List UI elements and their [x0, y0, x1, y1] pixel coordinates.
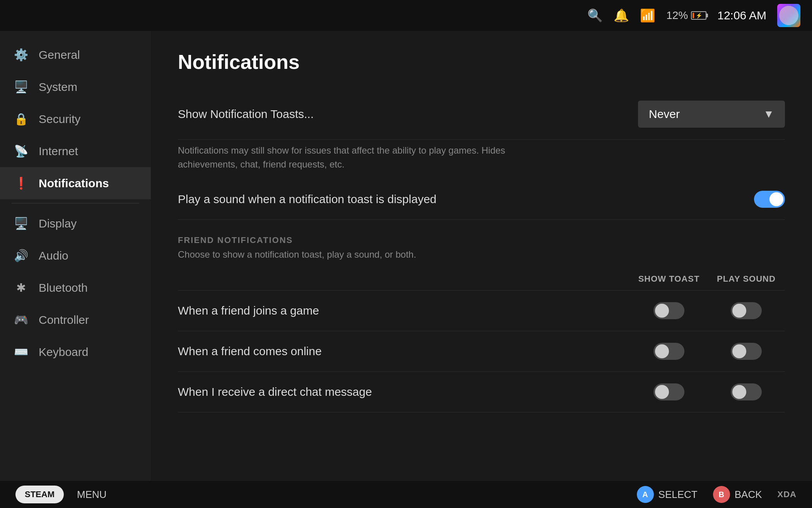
wifi-icon: 📶	[640, 8, 655, 23]
steam-label: STEAM	[25, 489, 55, 499]
show-toast-label: Show Notification Toasts...	[178, 108, 630, 121]
main-layout: ⚙️ General 🖥️ System 🔒 Security 📡 Intern…	[0, 31, 812, 481]
friend-notifications-header: FRIEND NOTIFICATIONS	[178, 220, 785, 249]
sidebar-item-keyboard[interactable]: ⌨️ Keyboard	[0, 336, 151, 368]
toggle-knob	[769, 192, 783, 206]
battery-percent: 12%	[666, 9, 688, 22]
show-toast-dropdown[interactable]: Never ▼	[638, 101, 785, 128]
toggle-knob	[732, 344, 746, 358]
friend-joins-game-play-sound-toggle[interactable]	[731, 302, 762, 319]
sidebar: ⚙️ General 🖥️ System 🔒 Security 📡 Intern…	[0, 31, 151, 481]
system-icon: 🖥️	[14, 80, 28, 94]
friend-direct-chat-label: When I receive a direct chat message	[178, 385, 630, 399]
a-button[interactable]: A	[637, 486, 654, 503]
select-action: A SELECT	[637, 486, 698, 503]
controller-icon: 🎮	[14, 313, 28, 327]
sidebar-item-display[interactable]: 🖥️ Display	[0, 207, 151, 239]
friend-row-joins-game: When a friend joins a game	[178, 291, 785, 331]
friend-comes-online-show-toast-toggle[interactable]	[653, 343, 684, 360]
sidebar-item-bluetooth[interactable]: ✱ Bluetooth	[0, 272, 151, 304]
clock: 12:06 AM	[717, 9, 766, 22]
sidebar-label-bluetooth: Bluetooth	[39, 281, 88, 294]
friend-notifications-description: Choose to show a notification toast, pla…	[178, 249, 785, 268]
sidebar-item-security[interactable]: 🔒 Security	[0, 103, 151, 135]
display-icon: 🖥️	[14, 217, 28, 230]
show-toast-col-header: SHOW TOAST	[630, 274, 708, 284]
play-sound-toggle[interactable]	[754, 191, 785, 208]
sidebar-divider	[12, 203, 139, 204]
search-icon[interactable]: 🔍	[587, 8, 603, 23]
select-label: SELECT	[658, 489, 698, 501]
xda-badge: XDA	[778, 489, 797, 499]
sidebar-item-internet[interactable]: 📡 Internet	[0, 135, 151, 167]
show-toast-description: Notifications may still show for issues …	[178, 140, 526, 179]
play-sound-col-header: PLAY SOUND	[708, 274, 785, 284]
friend-comes-online-play-sound-toggle-container	[708, 343, 785, 360]
friend-notifications-columns: SHOW TOAST PLAY SOUND	[178, 268, 785, 291]
top-bar: 🔍 🔔 📶 12% ⚡ 12:06 AM	[0, 0, 812, 31]
show-toast-value: Never	[649, 108, 680, 121]
sidebar-label-keyboard: Keyboard	[39, 346, 88, 359]
avatar[interactable]	[777, 4, 800, 27]
menu-label: MENU	[77, 489, 107, 501]
sidebar-label-internet: Internet	[39, 145, 78, 158]
notification-icon[interactable]: 🔔	[614, 8, 629, 23]
sidebar-item-notifications[interactable]: ❗ Notifications	[0, 167, 151, 199]
sidebar-label-security: Security	[39, 113, 80, 126]
bottom-bar: STEAM MENU A SELECT B BACK XDA	[0, 481, 812, 508]
bottom-actions: A SELECT B BACK XDA	[637, 486, 797, 503]
sidebar-item-audio[interactable]: 🔊 Audio	[0, 239, 151, 272]
sidebar-label-general: General	[39, 48, 80, 62]
friend-joins-game-show-toast-toggle[interactable]	[653, 302, 684, 319]
friend-direct-chat-play-sound-toggle-container	[708, 383, 785, 400]
keyboard-icon: ⌨️	[14, 345, 28, 359]
play-sound-setting: Play a sound when a notification toast i…	[178, 179, 785, 220]
internet-icon: 📡	[14, 144, 28, 158]
friend-comes-online-play-sound-toggle[interactable]	[731, 343, 762, 360]
lock-icon: 🔒	[14, 112, 28, 126]
notifications-icon: ❗	[14, 176, 28, 190]
page-title: Notifications	[178, 50, 785, 74]
friend-direct-chat-play-sound-toggle[interactable]	[731, 383, 762, 400]
chevron-down-icon: ▼	[763, 108, 774, 120]
back-action: B BACK	[713, 486, 762, 503]
friend-comes-online-label: When a friend comes online	[178, 345, 630, 358]
steam-button[interactable]: STEAM	[15, 486, 64, 503]
friend-row-comes-online: When a friend comes online	[178, 331, 785, 372]
friend-joins-game-play-sound-toggle-container	[708, 302, 785, 319]
sidebar-label-system: System	[39, 80, 77, 94]
toggle-knob	[655, 304, 669, 318]
sidebar-label-audio: Audio	[39, 249, 68, 262]
toggle-knob	[732, 304, 746, 318]
bluetooth-icon: ✱	[14, 281, 28, 294]
main-content: Notifications Show Notification Toasts..…	[151, 31, 812, 481]
sidebar-item-controller[interactable]: 🎮 Controller	[0, 304, 151, 336]
show-toast-setting: Show Notification Toasts... Never ▼	[178, 89, 785, 140]
battery-status: 12% ⚡	[666, 9, 706, 22]
toggle-knob	[655, 344, 669, 358]
battery-icon: ⚡	[691, 11, 706, 20]
audio-icon: 🔊	[14, 249, 28, 262]
friend-direct-chat-show-toast-toggle[interactable]	[653, 383, 684, 400]
b-button[interactable]: B	[713, 486, 730, 503]
play-sound-label: Play a sound when a notification toast i…	[178, 193, 746, 206]
friend-direct-chat-show-toast-toggle-container	[630, 383, 708, 400]
friend-joins-game-label: When a friend joins a game	[178, 304, 630, 317]
sidebar-label-controller: Controller	[39, 313, 89, 327]
toggle-knob	[655, 385, 669, 399]
sidebar-item-system[interactable]: 🖥️ System	[0, 71, 151, 103]
sidebar-label-display: Display	[39, 217, 77, 230]
friend-row-direct-chat: When I receive a direct chat message	[178, 372, 785, 412]
sidebar-item-general[interactable]: ⚙️ General	[0, 39, 151, 71]
friend-comes-online-show-toast-toggle-container	[630, 343, 708, 360]
sidebar-label-notifications: Notifications	[39, 177, 109, 190]
back-label: BACK	[735, 489, 762, 501]
friend-joins-game-show-toast-toggle-container	[630, 302, 708, 319]
toggle-knob	[732, 385, 746, 399]
gear-icon: ⚙️	[14, 48, 28, 62]
